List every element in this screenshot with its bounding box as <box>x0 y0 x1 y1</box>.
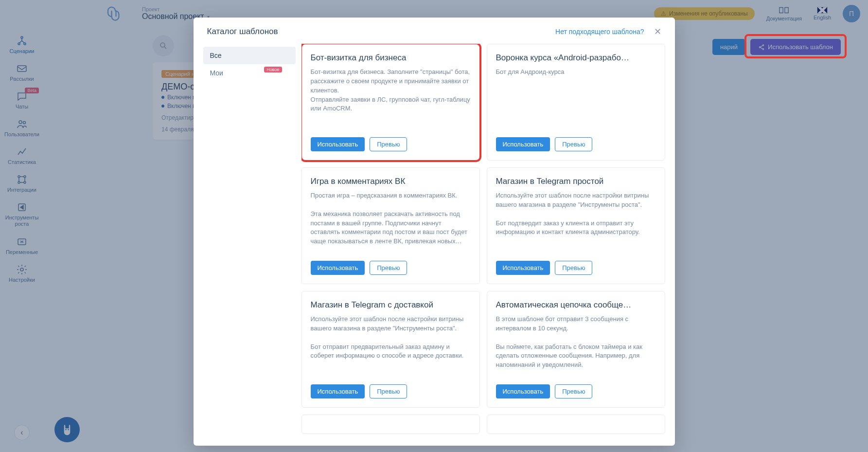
preview-button[interactable]: Превью <box>555 384 592 398</box>
template-title: Магазин в Telegram с доставкой <box>311 300 471 310</box>
template-card: Магазин в Telegram с доставкой Используй… <box>301 291 480 408</box>
template-card: Бот-визитка для бизнеса Бот-визитка для … <box>301 44 480 161</box>
template-title: Воронка курса «Android-разрабо… <box>496 53 656 63</box>
template-desc: В этом шаблоне бот отправит 3 сообщения … <box>496 315 656 378</box>
use-button[interactable]: Использовать <box>496 137 550 151</box>
template-catalog-modal: Каталог шаблонов Нет подходящего шаблона… <box>194 18 675 446</box>
template-desc: Используйте этот шаблон после настройки … <box>311 315 471 378</box>
preview-button[interactable]: Превью <box>370 261 407 275</box>
no-template-link[interactable]: Нет подходящего шаблона? <box>555 28 644 36</box>
preview-button[interactable]: Превью <box>370 384 407 398</box>
preview-button[interactable]: Превью <box>555 261 592 275</box>
template-desc: Бот для Андроид-курса <box>496 68 656 130</box>
template-title: Бот-визитка для бизнеса <box>311 53 471 63</box>
template-tabs: Все Мои Новое <box>203 44 296 436</box>
template-card: Игра в комментариях ВК Простая игра – пр… <box>301 167 480 284</box>
template-title: Игра в комментариях ВК <box>311 177 471 186</box>
template-desc: Бот-визитка для бизнеса. Заполните "стра… <box>311 68 471 130</box>
modal-title: Каталог шаблонов <box>207 27 278 36</box>
use-button[interactable]: Использовать <box>311 384 365 398</box>
template-title: Автоматическая цепочка сообще… <box>496 300 656 310</box>
tab-all[interactable]: Все <box>203 47 296 64</box>
preview-button[interactable]: Превью <box>555 137 592 151</box>
use-button[interactable]: Использовать <box>496 261 550 275</box>
template-desc: Простая игра – предсказания в комментари… <box>311 191 471 254</box>
use-button[interactable]: Использовать <box>496 384 550 398</box>
use-button[interactable]: Использовать <box>311 137 365 151</box>
template-card: Магазин в Telegram простой Используйте э… <box>487 167 665 284</box>
template-desc: Используйте этот шаблон после настройки … <box>496 191 656 254</box>
template-card: Автоматическая цепочка сообще… В этом ша… <box>487 291 665 408</box>
template-card: Воронка курса «Android-разрабо… Бот для … <box>487 44 665 161</box>
tab-mine[interactable]: Мои Новое <box>203 64 296 82</box>
preview-button[interactable]: Превью <box>370 137 407 151</box>
modal-header: Каталог шаблонов Нет подходящего шаблона… <box>194 18 675 44</box>
use-button[interactable]: Использовать <box>311 261 365 275</box>
template-card <box>301 415 480 434</box>
close-icon[interactable]: ✕ <box>654 26 661 37</box>
template-card <box>487 415 665 434</box>
template-title: Магазин в Telegram простой <box>496 177 656 186</box>
template-cards: Бот-визитка для бизнеса Бот-визитка для … <box>301 44 665 436</box>
new-badge: Новое <box>264 67 282 72</box>
